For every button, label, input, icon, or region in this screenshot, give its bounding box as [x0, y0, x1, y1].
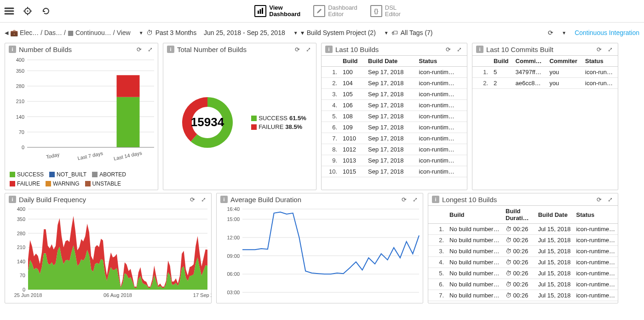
table-row[interactable]: 5.No build number …⏱ 00:26Jul 15, 2018ic…: [428, 268, 618, 279]
nav-dashboard-editor[interactable]: DashboardEditor: [313, 5, 357, 17]
svg-text:210: 210: [17, 244, 25, 250]
svg-text:15934: 15934: [191, 115, 224, 129]
table-row[interactable]: 3.105Sep 17, 2018icon-runtim…: [322, 89, 467, 100]
table-row[interactable]: 6.No build number …⏱ 00:26Jul 15, 2018ic…: [428, 279, 618, 290]
ci-link[interactable]: Continuous Integration: [575, 29, 639, 36]
time-range-filter[interactable]: ▼ ⏱ Past 3 Months Jun 25, 2018 - Sep 25,…: [139, 29, 285, 36]
refresh-icon[interactable]: ⟳: [135, 45, 143, 53]
nav-dsl-editor[interactable]: {} DSLEditor: [370, 5, 401, 17]
card-title: Number of Builds: [19, 46, 132, 53]
info-icon[interactable]: i: [325, 46, 333, 53]
info-icon[interactable]: i: [9, 196, 16, 203]
info-icon[interactable]: i: [220, 196, 228, 203]
table-row[interactable]: 3.No build number …⏱ 00:26Jul 15, 2018ic…: [428, 246, 618, 257]
table-row[interactable]: 7.1010Sep 17, 2018icon-runtim…: [322, 133, 467, 144]
refresh-icon[interactable]: ⟳: [595, 195, 603, 204]
table-row[interactable]: 1.534797ff…youicon-run…: [472, 67, 618, 78]
expand-icon[interactable]: ⤢: [606, 195, 614, 204]
expand-icon[interactable]: ⤢: [146, 45, 154, 53]
table-row[interactable]: 2.104Sep 17, 2018icon-runtim…: [322, 78, 467, 89]
table-row[interactable]: 2.No build number …⏱ 00:26Jul 15, 2018ic…: [428, 235, 618, 246]
legend-item[interactable]: WARNING: [46, 180, 80, 187]
stopwatch-icon: ⏱: [506, 292, 512, 299]
stopwatch-icon: ⏱: [506, 270, 512, 277]
col-commit: Commi…: [513, 56, 547, 67]
refresh-icon[interactable]: ⟳: [548, 29, 553, 36]
table-row[interactable]: 1.No build number …⏱ 00:26Jul 15, 2018ic…: [428, 224, 618, 235]
nav-label: Dashboard: [328, 5, 357, 11]
refresh-icon[interactable]: ⟳: [188, 195, 196, 204]
legend-item[interactable]: NOT_BUILT: [49, 171, 86, 178]
last-10-table: Build Build Date Status 1.100Sep 17, 201…: [322, 55, 467, 177]
chevron-down-icon[interactable]: ▼: [562, 30, 566, 35]
stopwatch-icon: ⏱: [146, 29, 153, 36]
table-row[interactable]: 2.2ae6cc8…youicon-run…: [472, 78, 618, 89]
filter-bar: ◀ 💼 Elec…/ Das…/ ▦ Continuou…/ View ▼ ⏱ …: [0, 23, 644, 43]
svg-rect-3: [260, 9, 261, 14]
card-title: Average Build Duration: [230, 196, 397, 204]
info-icon[interactable]: i: [167, 46, 174, 53]
refresh-icon[interactable]: ⟳: [400, 195, 408, 204]
legend-item[interactable]: SUCCESS: [10, 171, 44, 178]
legend-item[interactable]: UNSTABLE: [85, 180, 121, 187]
svg-rect-2: [258, 11, 259, 14]
refresh-all-icon[interactable]: [40, 6, 52, 17]
table-row[interactable]: 1.100Sep 17, 2018icon-runtim…: [322, 67, 467, 78]
bar-chart: 070140210280350400TodayLast 7 daysLast 1…: [5, 55, 158, 166]
nav-view-dashboard[interactable]: ViewDashboard: [254, 5, 300, 17]
breadcrumb-part[interactable]: Elec…: [20, 29, 39, 36]
expand-icon[interactable]: ⤢: [411, 195, 419, 204]
svg-text:350: 350: [16, 68, 24, 74]
table-row[interactable]: 4.No build number …⏱ 00:26Jul 15, 2018ic…: [428, 257, 618, 268]
info-icon[interactable]: i: [9, 46, 16, 53]
refresh-icon[interactable]: ⟳: [444, 45, 452, 53]
svg-text:70: 70: [19, 129, 24, 135]
expand-icon[interactable]: ⤢: [304, 45, 312, 53]
table-row[interactable]: 6.109Sep 17, 2018icon-runtim…: [322, 122, 467, 133]
col-build: Build: [447, 206, 503, 224]
tag-icon: 🏷: [391, 29, 398, 36]
col-committer: Commiter: [546, 56, 582, 67]
info-icon[interactable]: i: [476, 46, 483, 53]
line-chart: 03:0006:0009:0012:0015:0016:40: [217, 205, 423, 300]
card-number-of-builds: i Number of Builds ⟳ ⤢ 07014021028035040…: [5, 43, 158, 190]
refresh-icon[interactable]: ⟳: [595, 45, 603, 53]
table-row[interactable]: 10.1015Sep 17, 2018icon-runtim…: [322, 166, 467, 177]
refresh-icon[interactable]: ⟳: [293, 45, 301, 53]
card-title: Longest 10 Builds: [442, 196, 592, 204]
target-icon[interactable]: [22, 6, 33, 17]
tags-filter[interactable]: ▼ 🏷 All Tags (7): [384, 29, 433, 36]
col-status: Status: [582, 56, 618, 67]
svg-point-1: [27, 11, 29, 12]
expand-icon[interactable]: ⤢: [199, 195, 207, 204]
table-row[interactable]: 8.No build number …⏱ 00:26Jul 15, 2018ic…: [428, 301, 618, 304]
legend: SUCCESSNOT_BUILTABORTEDFAILUREWARNINGUNS…: [5, 169, 158, 190]
svg-text:09:00: 09:00: [227, 253, 240, 259]
expand-icon[interactable]: ⤢: [606, 45, 614, 53]
legend-item[interactable]: FAILURE: [10, 180, 40, 187]
info-icon[interactable]: i: [432, 196, 439, 203]
legend-item[interactable]: FAILURE 38.5%: [251, 123, 306, 130]
breadcrumb-part[interactable]: Continuou…: [75, 29, 111, 36]
expand-icon[interactable]: ⤢: [455, 45, 463, 53]
funnel-icon: ▾: [301, 29, 304, 36]
svg-text:06:00: 06:00: [227, 271, 240, 277]
stopwatch-icon: ⏱: [506, 248, 512, 255]
legend-item[interactable]: SUCCESS 61.5%: [251, 115, 306, 122]
table-row[interactable]: 4.106Sep 17, 2018icon-runtim…: [322, 100, 467, 111]
svg-text:16:40: 16:40: [227, 206, 240, 212]
nav-label: Dashboard: [269, 11, 300, 17]
project-label: Build System Project (2): [307, 29, 376, 36]
table-row[interactable]: 8.1012Sep 17, 2018icon-runtim…: [322, 144, 467, 155]
commits-table: Build Commi… Commiter Status 1.534797ff……: [472, 55, 618, 89]
table-row[interactable]: 7.No build number …⏱ 00:26Jul 15, 2018ic…: [428, 290, 618, 301]
project-filter[interactable]: ▼ ▾ Build System Project (2): [293, 29, 376, 36]
legend-item[interactable]: ABORTED: [92, 171, 126, 178]
col-date: Build Date: [535, 206, 574, 224]
table-row[interactable]: 9.1013Sep 17, 2018icon-runtim…: [322, 155, 467, 166]
breadcrumb-part[interactable]: Das…: [44, 29, 62, 36]
menu-icon[interactable]: [4, 6, 15, 17]
donut-legend: SUCCESS 61.5% FAILURE 38.5%: [251, 113, 306, 132]
nav-label: View: [269, 5, 300, 11]
table-row[interactable]: 5.108Sep 17, 2018icon-runtim…: [322, 111, 467, 122]
